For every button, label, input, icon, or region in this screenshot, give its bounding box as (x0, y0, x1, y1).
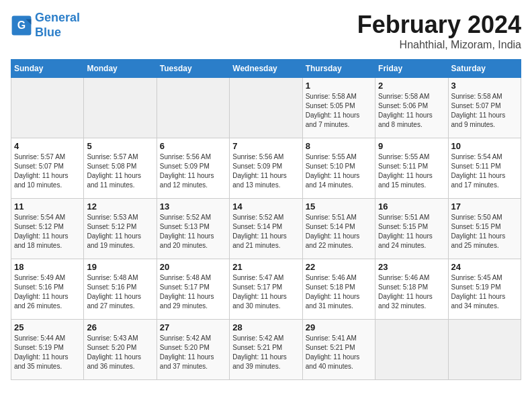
calendar-cell: 23Sunrise: 5:46 AM Sunset: 5:18 PM Dayli… (375, 259, 448, 320)
location-subtitle: Hnahthial, Mizoram, India (357, 39, 521, 51)
day-number: 10 (451, 141, 518, 151)
calendar-cell: 2Sunrise: 5:58 AM Sunset: 5:06 PM Daylig… (375, 78, 448, 138)
day-number: 29 (306, 322, 372, 332)
day-number: 24 (451, 262, 518, 272)
calendar-cell (375, 320, 448, 380)
weekday-header-friday: Friday (375, 60, 448, 78)
weekday-header-saturday: Saturday (448, 60, 521, 78)
day-number: 5 (87, 141, 153, 151)
calendar-cell (448, 320, 521, 380)
day-number: 3 (451, 81, 518, 91)
day-detail: Sunrise: 5:42 AM Sunset: 5:21 PM Dayligh… (232, 334, 299, 371)
day-number: 13 (160, 201, 226, 212)
day-detail: Sunrise: 5:48 AM Sunset: 5:16 PM Dayligh… (87, 273, 153, 311)
day-number: 23 (378, 262, 445, 272)
calendar-cell: 7Sunrise: 5:56 AM Sunset: 5:09 PM Daylig… (230, 138, 302, 199)
calendar-cell: 9Sunrise: 5:55 AM Sunset: 5:11 PM Daylig… (375, 138, 448, 199)
day-number: 2 (378, 81, 445, 91)
day-number: 19 (87, 262, 153, 272)
calendar-cell: 15Sunrise: 5:51 AM Sunset: 5:14 PM Dayli… (302, 199, 375, 259)
day-detail: Sunrise: 5:52 AM Sunset: 5:13 PM Dayligh… (160, 213, 226, 250)
calendar-week-2: 11Sunrise: 5:54 AM Sunset: 5:12 PM Dayli… (11, 199, 521, 259)
day-detail: Sunrise: 5:54 AM Sunset: 5:11 PM Dayligh… (451, 152, 518, 190)
day-detail: Sunrise: 5:58 AM Sunset: 5:07 PM Dayligh… (451, 92, 518, 130)
calendar-cell (230, 78, 302, 138)
day-detail: Sunrise: 5:46 AM Sunset: 5:18 PM Dayligh… (306, 273, 372, 311)
day-detail: Sunrise: 5:54 AM Sunset: 5:12 PM Dayligh… (14, 213, 81, 250)
calendar-cell: 19Sunrise: 5:48 AM Sunset: 5:16 PM Dayli… (84, 259, 157, 320)
logo-icon: G (11, 15, 32, 36)
day-detail: Sunrise: 5:46 AM Sunset: 5:18 PM Dayligh… (378, 273, 445, 311)
day-detail: Sunrise: 5:47 AM Sunset: 5:17 PM Dayligh… (232, 273, 299, 311)
calendar-cell: 25Sunrise: 5:44 AM Sunset: 5:19 PM Dayli… (11, 320, 84, 380)
day-detail: Sunrise: 5:55 AM Sunset: 5:11 PM Dayligh… (378, 152, 445, 190)
calendar-cell: 21Sunrise: 5:47 AM Sunset: 5:17 PM Dayli… (230, 259, 302, 320)
day-number: 20 (160, 262, 226, 272)
day-detail: Sunrise: 5:45 AM Sunset: 5:19 PM Dayligh… (451, 273, 518, 311)
month-title: February 2024 (357, 11, 521, 39)
day-detail: Sunrise: 5:58 AM Sunset: 5:05 PM Dayligh… (306, 92, 372, 130)
logo-line2: Blue (35, 26, 61, 39)
day-detail: Sunrise: 5:51 AM Sunset: 5:14 PM Dayligh… (306, 213, 372, 250)
logo: G General Blue (11, 11, 80, 40)
day-number: 7 (232, 141, 299, 151)
calendar-week-1: 4Sunrise: 5:57 AM Sunset: 5:07 PM Daylig… (11, 138, 521, 199)
calendar-cell: 26Sunrise: 5:43 AM Sunset: 5:20 PM Dayli… (84, 320, 157, 380)
day-number: 17 (451, 201, 518, 212)
day-detail: Sunrise: 5:48 AM Sunset: 5:17 PM Dayligh… (160, 273, 226, 311)
day-detail: Sunrise: 5:57 AM Sunset: 5:07 PM Dayligh… (14, 152, 81, 190)
calendar-cell: 18Sunrise: 5:49 AM Sunset: 5:16 PM Dayli… (11, 259, 84, 320)
calendar-cell: 13Sunrise: 5:52 AM Sunset: 5:13 PM Dayli… (157, 199, 229, 259)
day-detail: Sunrise: 5:51 AM Sunset: 5:15 PM Dayligh… (378, 213, 445, 250)
day-detail: Sunrise: 5:44 AM Sunset: 5:19 PM Dayligh… (14, 334, 81, 371)
calendar-cell: 20Sunrise: 5:48 AM Sunset: 5:17 PM Dayli… (157, 259, 229, 320)
calendar-cell: 4Sunrise: 5:57 AM Sunset: 5:07 PM Daylig… (11, 138, 84, 199)
day-number: 15 (306, 201, 372, 212)
day-detail: Sunrise: 5:41 AM Sunset: 5:21 PM Dayligh… (306, 334, 372, 371)
day-detail: Sunrise: 5:50 AM Sunset: 5:15 PM Dayligh… (451, 213, 518, 250)
calendar-cell: 5Sunrise: 5:57 AM Sunset: 5:08 PM Daylig… (84, 138, 157, 199)
weekday-header-row: SundayMondayTuesdayWednesdayThursdayFrid… (11, 60, 521, 78)
calendar-cell: 16Sunrise: 5:51 AM Sunset: 5:15 PM Dayli… (375, 199, 448, 259)
calendar-cell: 1Sunrise: 5:58 AM Sunset: 5:05 PM Daylig… (302, 78, 375, 138)
calendar-cell: 29Sunrise: 5:41 AM Sunset: 5:21 PM Dayli… (302, 320, 375, 380)
calendar-cell: 8Sunrise: 5:55 AM Sunset: 5:10 PM Daylig… (302, 138, 375, 199)
day-detail: Sunrise: 5:55 AM Sunset: 5:10 PM Dayligh… (306, 152, 372, 190)
calendar-cell: 11Sunrise: 5:54 AM Sunset: 5:12 PM Dayli… (11, 199, 84, 259)
calendar-cell: 3Sunrise: 5:58 AM Sunset: 5:07 PM Daylig… (448, 78, 521, 138)
day-number: 8 (306, 141, 372, 151)
calendar-cell: 6Sunrise: 5:56 AM Sunset: 5:09 PM Daylig… (157, 138, 229, 199)
day-detail: Sunrise: 5:58 AM Sunset: 5:06 PM Dayligh… (378, 92, 445, 130)
day-detail: Sunrise: 5:43 AM Sunset: 5:20 PM Dayligh… (87, 334, 153, 371)
calendar-cell: 14Sunrise: 5:52 AM Sunset: 5:14 PM Dayli… (230, 199, 302, 259)
day-number: 4 (14, 141, 81, 151)
day-detail: Sunrise: 5:56 AM Sunset: 5:09 PM Dayligh… (160, 152, 226, 190)
calendar-cell (11, 78, 84, 138)
weekday-header-monday: Monday (84, 60, 157, 78)
svg-text:G: G (17, 19, 26, 30)
calendar-table: SundayMondayTuesdayWednesdayThursdayFrid… (11, 59, 521, 380)
calendar-cell (157, 78, 229, 138)
weekday-header-thursday: Thursday (302, 60, 375, 78)
day-detail: Sunrise: 5:42 AM Sunset: 5:20 PM Dayligh… (160, 334, 226, 371)
day-detail: Sunrise: 5:56 AM Sunset: 5:09 PM Dayligh… (232, 152, 299, 190)
calendar-cell: 28Sunrise: 5:42 AM Sunset: 5:21 PM Dayli… (230, 320, 302, 380)
calendar-header: SundayMondayTuesdayWednesdayThursdayFrid… (11, 60, 521, 78)
calendar-week-4: 25Sunrise: 5:44 AM Sunset: 5:19 PM Dayli… (11, 320, 521, 380)
day-number: 12 (87, 201, 153, 212)
day-detail: Sunrise: 5:49 AM Sunset: 5:16 PM Dayligh… (14, 273, 81, 311)
day-number: 22 (306, 262, 372, 272)
weekday-header-sunday: Sunday (11, 60, 84, 78)
day-number: 21 (232, 262, 299, 272)
logo-line1: General (35, 11, 80, 24)
day-detail: Sunrise: 5:53 AM Sunset: 5:12 PM Dayligh… (87, 213, 153, 250)
day-detail: Sunrise: 5:57 AM Sunset: 5:08 PM Dayligh… (87, 152, 153, 190)
calendar-week-3: 18Sunrise: 5:49 AM Sunset: 5:16 PM Dayli… (11, 259, 521, 320)
day-number: 25 (14, 322, 81, 332)
calendar-cell: 12Sunrise: 5:53 AM Sunset: 5:12 PM Dayli… (84, 199, 157, 259)
page-header: G General Blue February 2024 Hnahthial, … (11, 11, 521, 51)
calendar-body: 1Sunrise: 5:58 AM Sunset: 5:05 PM Daylig… (11, 78, 521, 380)
day-number: 27 (160, 322, 226, 332)
title-block: February 2024 Hnahthial, Mizoram, India (357, 11, 521, 51)
day-number: 11 (14, 201, 81, 212)
